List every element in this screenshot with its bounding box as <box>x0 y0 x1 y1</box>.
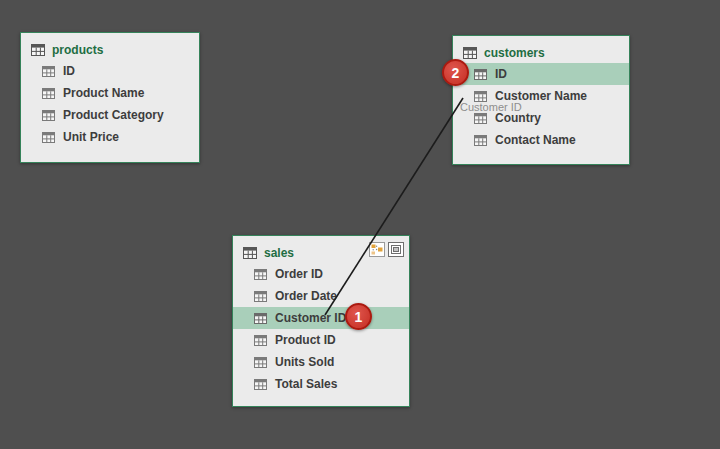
table-title: customers <box>484 46 545 60</box>
table-grid-icon <box>254 291 267 302</box>
field-row[interactable]: Contact Name <box>453 129 629 151</box>
field-label: Country <box>495 111 541 125</box>
table-grid-icon <box>42 88 55 99</box>
table-grid-icon <box>254 335 267 346</box>
field-label: Product Category <box>63 108 164 122</box>
table-title: products <box>52 43 103 57</box>
step-number: 1 <box>355 309 363 325</box>
field-label: Order ID <box>275 267 323 281</box>
field-row[interactable]: Units Sold <box>233 351 409 373</box>
step-badge-2: 2 <box>442 59 469 86</box>
table-grid-icon <box>42 66 55 77</box>
field-row[interactable]: ID <box>21 60 199 82</box>
field-row-highlighted[interactable]: ID <box>453 63 629 85</box>
related-queries-icon[interactable] <box>369 242 385 257</box>
table-header[interactable]: sales <box>233 236 409 263</box>
field-label: Unit Price <box>63 130 119 144</box>
table-grid-icon <box>42 132 55 143</box>
field-label: ID <box>63 64 75 78</box>
table-header[interactable]: products <box>21 33 199 60</box>
field-row[interactable]: Product ID <box>233 329 409 351</box>
step-badge-1: 1 <box>345 303 372 330</box>
field-label: Product Name <box>63 86 144 100</box>
table-icon <box>463 47 477 59</box>
table-icon <box>243 247 257 259</box>
table-grid-icon <box>474 91 487 102</box>
table-header[interactable]: customers <box>453 36 629 63</box>
table-card-customers[interactable]: customers ID Customer Name Country Conta… <box>452 35 630 165</box>
table-grid-icon <box>474 113 487 124</box>
step-number: 2 <box>452 65 460 81</box>
field-label: Product ID <box>275 333 336 347</box>
table-card-sales[interactable]: sales Order ID Order Date Customer ID <box>232 235 410 407</box>
table-title: sales <box>264 246 294 260</box>
table-header-actions <box>369 242 404 257</box>
drag-ghost-label: Customer ID <box>460 101 522 113</box>
field-row[interactable]: Unit Price <box>21 126 199 148</box>
diagram-canvas: products ID Product Name Product Categor… <box>0 0 720 449</box>
field-label: Order Date <box>275 289 337 303</box>
table-grid-icon <box>254 357 267 368</box>
field-label: ID <box>495 67 507 81</box>
field-row[interactable]: Order ID <box>233 263 409 285</box>
table-grid-icon <box>474 135 487 146</box>
field-label: Customer ID <box>275 311 346 325</box>
table-grid-icon <box>254 379 267 390</box>
table-grid-icon <box>254 269 267 280</box>
field-label: Contact Name <box>495 133 576 147</box>
table-grid-icon <box>254 313 267 324</box>
table-grid-icon <box>42 110 55 121</box>
field-row-highlighted[interactable]: Customer ID <box>233 307 409 329</box>
field-row[interactable]: Total Sales <box>233 373 409 395</box>
field-row[interactable]: Product Category <box>21 104 199 126</box>
field-row[interactable]: Order Date <box>233 285 409 307</box>
table-card-products[interactable]: products ID Product Name Product Categor… <box>20 32 200 163</box>
table-grid-icon <box>474 69 487 80</box>
field-row[interactable]: Product Name <box>21 82 199 104</box>
collapse-table-icon[interactable] <box>388 242 404 257</box>
field-label: Total Sales <box>275 377 337 391</box>
table-icon <box>31 44 45 56</box>
field-label: Units Sold <box>275 355 334 369</box>
